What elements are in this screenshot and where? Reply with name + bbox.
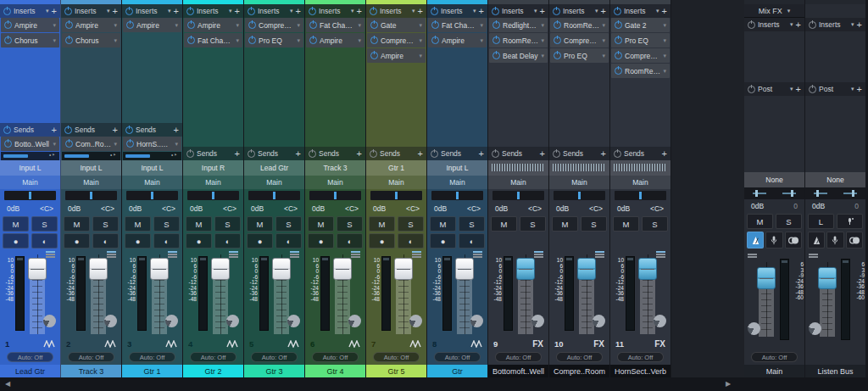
- automation-mode-button[interactable]: Auto: Off: [68, 352, 114, 362]
- power-icon[interactable]: [614, 150, 621, 158]
- monitor-button[interactable]: ◐: [31, 233, 58, 249]
- insert-slot[interactable]: Fat Channel▾: [306, 18, 364, 32]
- solo-button[interactable]: S: [520, 216, 546, 232]
- output-select[interactable]: Main: [549, 176, 609, 189]
- talkback-mic-button[interactable]: [765, 232, 782, 249]
- chevron-down-icon[interactable]: ▾: [851, 21, 854, 28]
- inserts-header[interactable]: Inserts▾+: [183, 4, 243, 18]
- add-icon[interactable]: +: [296, 7, 301, 16]
- power-icon[interactable]: [553, 8, 560, 15]
- solo-button[interactable]: S: [275, 216, 302, 232]
- channel-strip-11[interactable]: Inserts▾+Gate 2▾Pro EQ▾Compressor▾RoomRe…: [610, 0, 670, 377]
- power-icon[interactable]: [370, 36, 378, 44]
- power-icon[interactable]: [554, 36, 561, 44]
- send-slot[interactable]: HornS..Verb▾: [123, 137, 181, 151]
- input-select[interactable]: Input L: [61, 160, 121, 176]
- solo-button[interactable]: S: [642, 216, 668, 232]
- pan-slider[interactable]: [305, 189, 365, 202]
- output-select[interactable]: Main: [61, 176, 121, 189]
- chevron-down-icon[interactable]: ▾: [53, 37, 56, 44]
- add-icon[interactable]: +: [52, 126, 57, 135]
- send-mode-icon[interactable]: ‣: [52, 152, 56, 158]
- pan-knob[interactable]: [104, 315, 117, 327]
- insert-slot[interactable]: RoomReverb▾: [550, 18, 609, 32]
- cue-pan-icon[interactable]: [843, 190, 857, 197]
- layers-icon[interactable]: [656, 251, 665, 259]
- insert-slot[interactable]: Ampire▾: [428, 33, 487, 47]
- input-select[interactable]: Track 3: [305, 160, 365, 176]
- power-icon[interactable]: [186, 150, 194, 158]
- add-icon[interactable]: +: [601, 7, 606, 16]
- pan-knob[interactable]: [654, 315, 666, 327]
- power-icon[interactable]: [309, 21, 317, 29]
- chevron-down-icon[interactable]: ▾: [53, 22, 56, 29]
- fader-handle[interactable]: [516, 258, 535, 280]
- add-icon[interactable]: +: [418, 149, 423, 159]
- mute-button[interactable]: M: [64, 216, 90, 232]
- power-icon[interactable]: [431, 150, 438, 158]
- inserts-header[interactable]: Inserts▾+: [0, 4, 60, 18]
- chevron-down-icon[interactable]: ▾: [236, 22, 239, 29]
- pan-knob[interactable]: [409, 315, 422, 327]
- insert-slot[interactable]: Ampire▾: [123, 18, 181, 32]
- pan-value[interactable]: <C>: [650, 204, 664, 213]
- power-icon[interactable]: [64, 126, 72, 134]
- layers-icon[interactable]: [412, 251, 421, 259]
- post-header[interactable]: Post▾+: [744, 82, 804, 96]
- chevron-down-icon[interactable]: ▾: [114, 22, 117, 29]
- pan-value[interactable]: <C>: [406, 204, 420, 213]
- power-icon[interactable]: [3, 8, 11, 15]
- power-icon[interactable]: [370, 150, 377, 158]
- add-icon[interactable]: +: [174, 7, 179, 16]
- sends-header[interactable]: Sends+: [305, 147, 365, 160]
- channel-strip-8[interactable]: Inserts▾+Fat Channel▾Ampire▾Sends+Input …: [427, 0, 487, 377]
- sends-header[interactable]: Sends+: [61, 123, 121, 137]
- automation-mode-button[interactable]: Auto: Off: [495, 352, 542, 362]
- post-header[interactable]: Post▾+: [805, 82, 865, 96]
- chevron-down-icon[interactable]: ▾: [787, 8, 791, 14]
- scroll-right-icon[interactable]: ▶: [726, 380, 731, 388]
- gain-value[interactable]: 0dB: [129, 204, 142, 213]
- chevron-down-icon[interactable]: ▾: [790, 86, 793, 92]
- insert-slot[interactable]: RoomReverb▾: [489, 33, 548, 47]
- power-icon[interactable]: [186, 8, 194, 15]
- chevron-down-icon[interactable]: ▾: [541, 37, 544, 44]
- insert-slot[interactable]: Gate▾: [367, 18, 426, 32]
- mono-button[interactable]: [785, 232, 802, 249]
- monitor-button[interactable]: ◐: [92, 233, 119, 249]
- output-select[interactable]: Main: [488, 176, 548, 189]
- pan-slider[interactable]: [0, 189, 60, 202]
- record-arm-button[interactable]: ●: [125, 233, 151, 249]
- power-icon[interactable]: [615, 67, 622, 75]
- output-select[interactable]: Main: [183, 176, 243, 189]
- gain-value[interactable]: 0dB: [751, 202, 764, 210]
- power-icon[interactable]: [4, 140, 12, 148]
- solo-button[interactable]: S: [398, 216, 424, 232]
- channel-name-tab[interactable]: Gtr 1: [122, 365, 182, 377]
- insert-slot[interactable]: Ampire▾: [62, 18, 120, 32]
- fader-handle[interactable]: [28, 258, 47, 280]
- layers-icon[interactable]: [534, 251, 543, 259]
- mute-button[interactable]: M: [3, 216, 29, 232]
- chevron-down-icon[interactable]: ▾: [663, 37, 666, 44]
- pan-slider[interactable]: [366, 189, 426, 202]
- sends-header[interactable]: Sends+: [488, 147, 548, 160]
- add-icon[interactable]: +: [357, 7, 362, 16]
- add-icon[interactable]: +: [662, 7, 667, 16]
- layers-icon[interactable]: [473, 251, 482, 259]
- power-icon[interactable]: [65, 21, 73, 29]
- layers-icon[interactable]: [290, 251, 299, 259]
- add-icon[interactable]: +: [540, 7, 545, 16]
- chevron-down-icon[interactable]: ▾: [419, 53, 422, 59]
- layers-icon[interactable]: [168, 251, 177, 259]
- output-select[interactable]: Main: [122, 176, 182, 189]
- pan-value[interactable]: <C>: [345, 204, 359, 213]
- inserts-header[interactable]: Inserts▾+: [805, 18, 865, 31]
- fader-handle[interactable]: [577, 258, 596, 280]
- power-icon[interactable]: [65, 140, 73, 148]
- inserts-header[interactable]: Inserts▾+: [610, 4, 670, 18]
- gain-value[interactable]: 0dB: [312, 204, 325, 213]
- solo-button[interactable]: S: [581, 216, 607, 232]
- gain-value[interactable]: 0dB: [251, 204, 264, 213]
- input-select[interactable]: Input L: [427, 160, 487, 176]
